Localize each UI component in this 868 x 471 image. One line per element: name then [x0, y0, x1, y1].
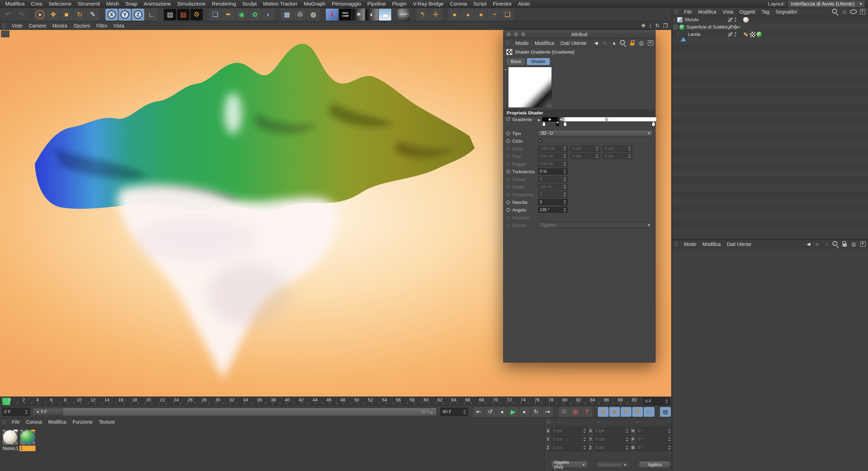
axis-y-lock-button[interactable]: Y — [119, 9, 131, 21]
corona-shadowcatcher-icon[interactable]: ◔ — [488, 9, 500, 21]
gradient-knot-handle[interactable] — [652, 123, 655, 126]
layer-toggle-icon[interactable] — [728, 17, 733, 22]
timeline-current-frame-field[interactable]: 0 F — [643, 398, 670, 405]
transport-gap[interactable] — [593, 407, 597, 417]
material-item[interactable]: Nuovo.1 — [2, 429, 18, 451]
back-icon[interactable] — [593, 40, 600, 47]
spinner-icon[interactable] — [583, 429, 586, 433]
goto-start-button[interactable]: ⇤ — [473, 407, 484, 417]
autokey-button[interactable]: ◎ — [570, 407, 581, 417]
key-scale-button[interactable]: ■ — [609, 407, 620, 417]
panel-grip[interactable] — [2, 23, 6, 28]
viewport-menu-item[interactable]: Viste — [9, 23, 26, 29]
pan-view-icon[interactable]: ✥ — [641, 23, 646, 29]
expand-arrow-icon[interactable]: ▶ — [538, 118, 541, 122]
viewport-group-handle[interactable] — [1, 31, 9, 37]
object-label[interactable]: Landa — [688, 32, 700, 37]
phong-tag-icon[interactable] — [743, 32, 749, 37]
menu-item[interactable]: Crea — [28, 1, 46, 7]
menu-item[interactable]: Selezione — [45, 1, 74, 7]
animation-dot-icon[interactable] — [506, 216, 509, 219]
menu-item[interactable]: Sculpt — [239, 1, 260, 7]
corona-light-material-icon[interactable]: ◕ — [461, 9, 474, 21]
viewport-menu-item[interactable]: Filtro — [93, 23, 110, 29]
preview-expand-icon[interactable]: ▾ — [505, 68, 506, 72]
spinner-icon[interactable] — [625, 437, 628, 441]
panel-grip[interactable] — [674, 241, 678, 247]
fine-x-field[interactable]: 100 cm — [538, 153, 568, 159]
area-light-icon[interactable]: ◐ — [365, 9, 378, 21]
play-button[interactable]: ▶ — [508, 407, 519, 417]
texture-tag-icon[interactable] — [756, 32, 762, 37]
position-field[interactable]: 0 cm — [551, 436, 588, 443]
transport-gap[interactable] — [655, 407, 659, 417]
tipo-dropdown[interactable]: 2D - U — [538, 130, 653, 136]
object-row-landa[interactable]: └ Landa — [672, 31, 868, 38]
attribute-menu-item[interactable]: Modifica — [699, 241, 724, 247]
toolbar-separator[interactable] — [100, 9, 105, 21]
animation-dot-icon[interactable] — [506, 139, 510, 143]
filmstrip-button[interactable]: ▤ — [660, 407, 671, 417]
object-manager-menu-item[interactable]: File — [681, 9, 695, 15]
workplane-icon[interactable]: ↰ — [416, 9, 429, 21]
deformer-icon[interactable]: ◗ — [262, 9, 274, 21]
spinner-icon[interactable] — [25, 410, 28, 414]
maximize-view-icon[interactable]: ❐ — [663, 23, 668, 29]
object-manager-menu-item[interactable]: Vista — [720, 9, 737, 15]
range-slider-handle[interactable]: 0 F — [34, 408, 63, 415]
panel-grip[interactable] — [506, 40, 509, 46]
lock-icon[interactable] — [841, 241, 848, 248]
render-settings-icon[interactable]: ⚙ — [190, 9, 203, 21]
object-axis-icon[interactable]: ✛ — [429, 9, 442, 21]
animation-dot-icon[interactable] — [506, 162, 509, 166]
up-icon[interactable] — [823, 241, 830, 248]
attributi-menu-item[interactable]: Modifica — [532, 40, 557, 46]
rotate-icon[interactable]: ↻ — [73, 9, 86, 21]
material-name[interactable]: Nuovo.1 — [2, 446, 18, 451]
corona-physical-material-icon[interactable]: ● — [475, 9, 487, 21]
physical-camera-icon[interactable]: PHY CAM — [339, 9, 352, 21]
move-icon[interactable]: ✥ — [47, 9, 59, 21]
current-frame-field[interactable]: 0 F — [2, 408, 30, 416]
viewport-menu-item[interactable]: Opzioni — [70, 23, 93, 29]
visibility-dots-icon[interactable] — [734, 25, 736, 29]
gradient-knot-handle[interactable] — [563, 123, 567, 126]
frame-range-slider[interactable]: 0 F 90 F — [33, 408, 437, 416]
raggio-field[interactable]: 100 cm — [538, 161, 568, 167]
ciclo-checkbox[interactable]: ✓ — [538, 138, 543, 143]
menu-item[interactable]: Mesh — [103, 1, 122, 7]
light-icon[interactable]: ◍ — [307, 9, 320, 21]
menu-item[interactable]: Strumenti — [74, 1, 103, 7]
toolbar-separator[interactable] — [392, 9, 397, 21]
gradient-shader-tag-icon[interactable] — [750, 32, 755, 37]
spinner-icon[interactable] — [668, 446, 671, 450]
toolbar-separator[interactable] — [28, 9, 33, 21]
corona-layered-material-icon[interactable]: ❏ — [501, 9, 514, 21]
object-manager-menu-item[interactable]: Segnalibri — [772, 9, 800, 15]
home-icon[interactable] — [841, 8, 848, 15]
animation-dot-icon[interactable] — [506, 131, 510, 135]
add-icon[interactable] — [859, 8, 866, 15]
add-cube-icon[interactable]: ❑ — [209, 9, 222, 21]
spinner-icon[interactable] — [625, 446, 628, 450]
nascita-field[interactable]: 0 — [538, 199, 568, 205]
animation-dot-icon[interactable] — [506, 224, 509, 227]
fine-y-field[interactable]: 0 cm — [570, 153, 600, 159]
animation-dot-icon[interactable] — [506, 170, 510, 174]
assoluto-checkbox[interactable] — [538, 215, 543, 220]
toolbar-separator[interactable] — [203, 9, 208, 21]
add-icon[interactable] — [859, 241, 866, 248]
render-view-icon[interactable]: ▤ — [164, 9, 176, 21]
visibility-dots-icon[interactable] — [734, 17, 736, 22]
attribute-menu-item[interactable]: Modo — [681, 241, 699, 247]
visibility-dots-icon[interactable] — [734, 32, 736, 37]
size-field[interactable]: 0 cm — [594, 428, 630, 434]
prev-frame-button[interactable]: ◂ — [496, 407, 507, 417]
apply-button[interactable]: Applica — [638, 461, 671, 468]
rotation-field[interactable]: 0 ° — [636, 444, 673, 451]
spline-pen-icon[interactable]: ✒ — [222, 9, 235, 21]
panel-grip[interactable] — [674, 9, 678, 14]
inizio-x-field[interactable]: -100 cm — [538, 145, 568, 152]
menu-item[interactable]: Rendering — [209, 1, 239, 7]
last-tool-icon[interactable]: ✎ — [87, 9, 99, 21]
